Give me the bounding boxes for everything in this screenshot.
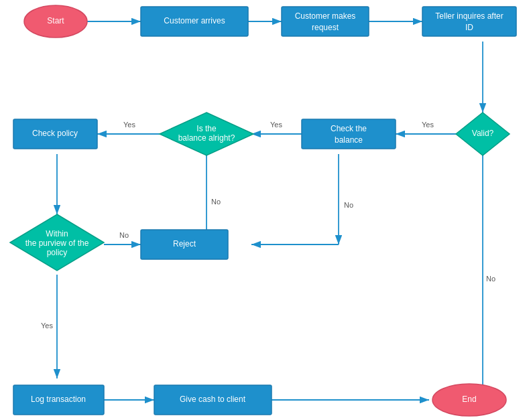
within-purview-label1: Within xyxy=(46,229,68,238)
customer-request-label: Customer makes xyxy=(295,11,356,21)
customer-arrives-label: Customer arrives xyxy=(164,16,225,25)
label-no-valid: No xyxy=(486,275,495,283)
start-label: Start xyxy=(47,16,64,25)
teller-id-label: Teller inquires after xyxy=(435,11,503,21)
label-yes-isbalance: Yes xyxy=(123,121,135,129)
reject-label: Reject xyxy=(173,239,196,249)
svg-text:ID: ID xyxy=(465,23,473,32)
valid-label: Valid? xyxy=(472,129,494,138)
svg-text:request: request xyxy=(312,23,339,32)
check-balance-label: Check the xyxy=(331,124,367,133)
log-transaction-label: Log transaction xyxy=(31,395,86,404)
svg-text:policy: policy xyxy=(47,248,68,257)
label-yes-valid: Yes xyxy=(422,121,434,129)
flowchart: Yes No Yes No Yes No No Yes Start Custom… xyxy=(0,0,531,420)
label-no-isbalance: No xyxy=(211,198,221,206)
svg-text:the purview  of the: the purview of the xyxy=(25,238,89,248)
end-label: End xyxy=(462,395,476,404)
svg-text:balance: balance xyxy=(335,135,363,145)
give-cash-label: Give cash to client xyxy=(180,395,246,404)
balance-alright-label: Is the xyxy=(196,124,217,133)
label-no-purview: No xyxy=(119,231,129,239)
label-no-checkbalance: No xyxy=(344,201,353,209)
check-policy-label: Check policy xyxy=(32,129,78,138)
svg-text:balance alright?: balance alright? xyxy=(178,133,235,143)
label-yes-balance: Yes xyxy=(270,121,282,129)
label-yes-purview: Yes xyxy=(41,322,53,330)
